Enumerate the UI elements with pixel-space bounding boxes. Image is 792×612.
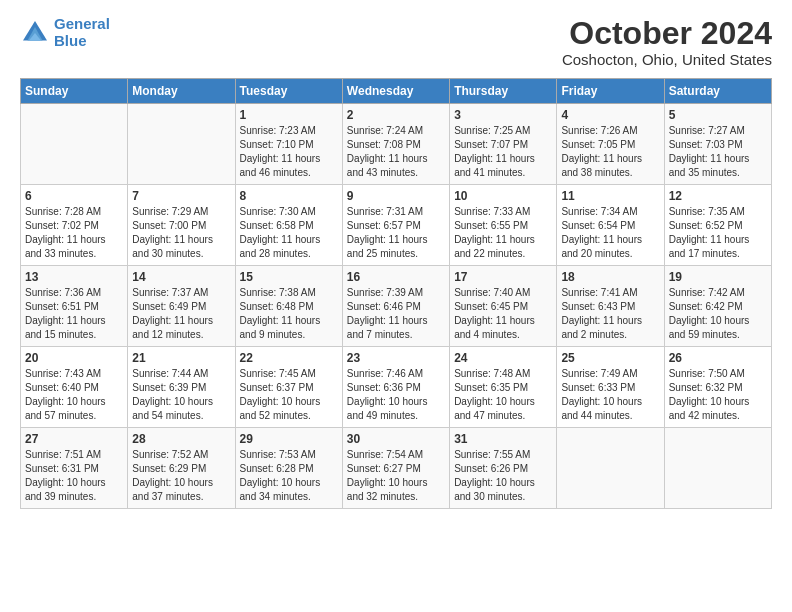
day-number: 5 <box>669 108 767 122</box>
day-content: Sunrise: 7:52 AMSunset: 6:29 PMDaylight:… <box>132 448 230 504</box>
day-number: 16 <box>347 270 445 284</box>
header: General Blue October 2024 Coshocton, Ohi… <box>20 16 772 68</box>
page: General Blue October 2024 Coshocton, Ohi… <box>0 0 792 529</box>
table-row <box>664 428 771 509</box>
day-content: Sunrise: 7:28 AMSunset: 7:02 PMDaylight:… <box>25 205 123 261</box>
table-row: 5Sunrise: 7:27 AMSunset: 7:03 PMDaylight… <box>664 104 771 185</box>
day-number: 15 <box>240 270 338 284</box>
day-content: Sunrise: 7:23 AMSunset: 7:10 PMDaylight:… <box>240 124 338 180</box>
table-row: 18Sunrise: 7:41 AMSunset: 6:43 PMDayligh… <box>557 266 664 347</box>
day-content: Sunrise: 7:45 AMSunset: 6:37 PMDaylight:… <box>240 367 338 423</box>
day-content: Sunrise: 7:48 AMSunset: 6:35 PMDaylight:… <box>454 367 552 423</box>
day-number: 7 <box>132 189 230 203</box>
day-number: 14 <box>132 270 230 284</box>
table-row: 29Sunrise: 7:53 AMSunset: 6:28 PMDayligh… <box>235 428 342 509</box>
day-number: 25 <box>561 351 659 365</box>
col-sunday: Sunday <box>21 79 128 104</box>
day-number: 20 <box>25 351 123 365</box>
day-content: Sunrise: 7:34 AMSunset: 6:54 PMDaylight:… <box>561 205 659 261</box>
logo-icon <box>20 18 50 48</box>
day-number: 23 <box>347 351 445 365</box>
table-row: 19Sunrise: 7:42 AMSunset: 6:42 PMDayligh… <box>664 266 771 347</box>
table-row: 16Sunrise: 7:39 AMSunset: 6:46 PMDayligh… <box>342 266 449 347</box>
day-number: 22 <box>240 351 338 365</box>
col-friday: Friday <box>557 79 664 104</box>
day-number: 2 <box>347 108 445 122</box>
table-row: 30Sunrise: 7:54 AMSunset: 6:27 PMDayligh… <box>342 428 449 509</box>
header-row: Sunday Monday Tuesday Wednesday Thursday… <box>21 79 772 104</box>
logo-text: General Blue <box>54 16 110 49</box>
day-number: 28 <box>132 432 230 446</box>
day-number: 29 <box>240 432 338 446</box>
day-content: Sunrise: 7:27 AMSunset: 7:03 PMDaylight:… <box>669 124 767 180</box>
table-row: 12Sunrise: 7:35 AMSunset: 6:52 PMDayligh… <box>664 185 771 266</box>
day-number: 4 <box>561 108 659 122</box>
table-row: 14Sunrise: 7:37 AMSunset: 6:49 PMDayligh… <box>128 266 235 347</box>
table-row: 1Sunrise: 7:23 AMSunset: 7:10 PMDaylight… <box>235 104 342 185</box>
table-row: 13Sunrise: 7:36 AMSunset: 6:51 PMDayligh… <box>21 266 128 347</box>
day-number: 1 <box>240 108 338 122</box>
day-number: 6 <box>25 189 123 203</box>
day-number: 17 <box>454 270 552 284</box>
day-content: Sunrise: 7:49 AMSunset: 6:33 PMDaylight:… <box>561 367 659 423</box>
day-content: Sunrise: 7:39 AMSunset: 6:46 PMDaylight:… <box>347 286 445 342</box>
table-row: 6Sunrise: 7:28 AMSunset: 7:02 PMDaylight… <box>21 185 128 266</box>
day-content: Sunrise: 7:55 AMSunset: 6:26 PMDaylight:… <box>454 448 552 504</box>
day-number: 18 <box>561 270 659 284</box>
day-content: Sunrise: 7:35 AMSunset: 6:52 PMDaylight:… <box>669 205 767 261</box>
day-number: 24 <box>454 351 552 365</box>
day-content: Sunrise: 7:25 AMSunset: 7:07 PMDaylight:… <box>454 124 552 180</box>
day-number: 27 <box>25 432 123 446</box>
day-number: 11 <box>561 189 659 203</box>
col-thursday: Thursday <box>450 79 557 104</box>
logo: General Blue <box>20 16 110 49</box>
day-content: Sunrise: 7:50 AMSunset: 6:32 PMDaylight:… <box>669 367 767 423</box>
table-row: 21Sunrise: 7:44 AMSunset: 6:39 PMDayligh… <box>128 347 235 428</box>
table-row: 23Sunrise: 7:46 AMSunset: 6:36 PMDayligh… <box>342 347 449 428</box>
table-row: 10Sunrise: 7:33 AMSunset: 6:55 PMDayligh… <box>450 185 557 266</box>
day-content: Sunrise: 7:54 AMSunset: 6:27 PMDaylight:… <box>347 448 445 504</box>
table-row: 31Sunrise: 7:55 AMSunset: 6:26 PMDayligh… <box>450 428 557 509</box>
day-content: Sunrise: 7:24 AMSunset: 7:08 PMDaylight:… <box>347 124 445 180</box>
calendar-subtitle: Coshocton, Ohio, United States <box>562 51 772 68</box>
table-row: 11Sunrise: 7:34 AMSunset: 6:54 PMDayligh… <box>557 185 664 266</box>
day-content: Sunrise: 7:29 AMSunset: 7:00 PMDaylight:… <box>132 205 230 261</box>
calendar-body: 1Sunrise: 7:23 AMSunset: 7:10 PMDaylight… <box>21 104 772 509</box>
table-row: 28Sunrise: 7:52 AMSunset: 6:29 PMDayligh… <box>128 428 235 509</box>
day-content: Sunrise: 7:30 AMSunset: 6:58 PMDaylight:… <box>240 205 338 261</box>
calendar-week-row: 13Sunrise: 7:36 AMSunset: 6:51 PMDayligh… <box>21 266 772 347</box>
day-number: 8 <box>240 189 338 203</box>
day-number: 26 <box>669 351 767 365</box>
logo-line1: General <box>54 15 110 32</box>
day-number: 13 <box>25 270 123 284</box>
calendar-week-row: 6Sunrise: 7:28 AMSunset: 7:02 PMDaylight… <box>21 185 772 266</box>
day-content: Sunrise: 7:36 AMSunset: 6:51 PMDaylight:… <box>25 286 123 342</box>
calendar-header: Sunday Monday Tuesday Wednesday Thursday… <box>21 79 772 104</box>
col-monday: Monday <box>128 79 235 104</box>
calendar-week-row: 1Sunrise: 7:23 AMSunset: 7:10 PMDaylight… <box>21 104 772 185</box>
col-saturday: Saturday <box>664 79 771 104</box>
day-content: Sunrise: 7:46 AMSunset: 6:36 PMDaylight:… <box>347 367 445 423</box>
day-content: Sunrise: 7:38 AMSunset: 6:48 PMDaylight:… <box>240 286 338 342</box>
table-row: 22Sunrise: 7:45 AMSunset: 6:37 PMDayligh… <box>235 347 342 428</box>
day-number: 19 <box>669 270 767 284</box>
table-row: 27Sunrise: 7:51 AMSunset: 6:31 PMDayligh… <box>21 428 128 509</box>
day-content: Sunrise: 7:42 AMSunset: 6:42 PMDaylight:… <box>669 286 767 342</box>
table-row: 24Sunrise: 7:48 AMSunset: 6:35 PMDayligh… <box>450 347 557 428</box>
day-number: 12 <box>669 189 767 203</box>
table-row: 15Sunrise: 7:38 AMSunset: 6:48 PMDayligh… <box>235 266 342 347</box>
day-number: 10 <box>454 189 552 203</box>
table-row: 9Sunrise: 7:31 AMSunset: 6:57 PMDaylight… <box>342 185 449 266</box>
col-tuesday: Tuesday <box>235 79 342 104</box>
calendar-table: Sunday Monday Tuesday Wednesday Thursday… <box>20 78 772 509</box>
day-number: 31 <box>454 432 552 446</box>
col-wednesday: Wednesday <box>342 79 449 104</box>
table-row: 7Sunrise: 7:29 AMSunset: 7:00 PMDaylight… <box>128 185 235 266</box>
table-row: 20Sunrise: 7:43 AMSunset: 6:40 PMDayligh… <box>21 347 128 428</box>
table-row <box>128 104 235 185</box>
day-content: Sunrise: 7:43 AMSunset: 6:40 PMDaylight:… <box>25 367 123 423</box>
day-content: Sunrise: 7:40 AMSunset: 6:45 PMDaylight:… <box>454 286 552 342</box>
title-block: October 2024 Coshocton, Ohio, United Sta… <box>562 16 772 68</box>
day-content: Sunrise: 7:31 AMSunset: 6:57 PMDaylight:… <box>347 205 445 261</box>
table-row <box>557 428 664 509</box>
